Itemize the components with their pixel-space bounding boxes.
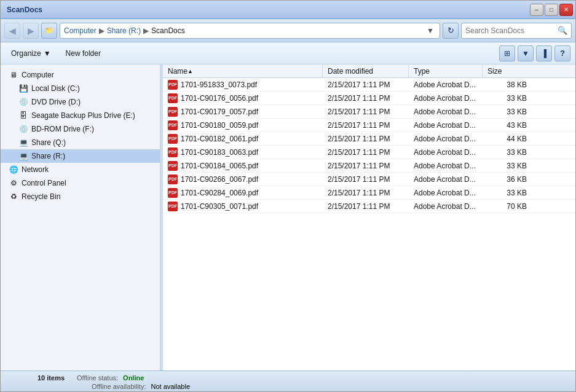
file-type-cell: Adobe Acrobat D...: [409, 189, 483, 197]
file-date-cell: 2/15/2017 1:11 PM: [323, 80, 409, 89]
sidebar-item-local-disk[interactable]: 💾Local Disk (C:): [1, 82, 160, 95]
sidebar-item-share-r[interactable]: 💻Share (R:): [1, 149, 160, 163]
sidebar-item-bd-rom[interactable]: 💿BD-ROM Drive (F:): [1, 122, 160, 136]
file-name-cell: PDF1701-C90266_0067.pdf: [163, 174, 323, 184]
pdf-icon: PDF: [168, 147, 178, 157]
table-row[interactable]: PDF1701-C90179_0057.pdf2/15/2017 1:11 PM…: [163, 105, 575, 119]
file-name-cell: PDF1701-C90305_0071.pdf: [163, 202, 323, 211]
view-options-button[interactable]: ⊞: [499, 45, 515, 61]
status-bar: 10 items Offline status: Online Offline …: [1, 370, 575, 392]
minimize-button[interactable]: –: [530, 4, 543, 16]
control-icon: ⚙: [9, 178, 18, 188]
breadcrumb-computer[interactable]: Computer: [64, 26, 97, 35]
table-row[interactable]: PDF1701-951833_0073.pdf2/15/2017 1:11 PM…: [163, 78, 575, 92]
sidebar-label-seagate: Seagate Backup Plus Drive (E:): [31, 111, 135, 120]
computer-icon: 🖥: [9, 70, 18, 80]
col-header-size[interactable]: Size: [483, 65, 532, 77]
file-date-cell: 2/15/2017 1:11 PM: [323, 121, 409, 130]
col-header-name[interactable]: Name: [163, 65, 323, 77]
file-size-cell: 33 KB: [483, 148, 532, 157]
file-type-cell: Adobe Acrobat D...: [409, 80, 483, 89]
pdf-icon: PDF: [168, 161, 178, 171]
forward-button[interactable]: ▶: [23, 23, 39, 39]
file-type-cell: Adobe Acrobat D...: [409, 202, 483, 211]
file-name: 1701-951833_0073.pdf: [181, 80, 257, 89]
file-name: 1701-C90284_0069.pdf: [181, 189, 258, 197]
file-size-cell: 43 KB: [483, 121, 532, 130]
recycle-icon: ♻: [9, 192, 18, 202]
file-name-cell: PDF1701-951833_0073.pdf: [163, 80, 323, 90]
help-button[interactable]: ?: [554, 45, 570, 61]
file-size-cell: 44 KB: [483, 135, 532, 143]
file-name: 1701-C90180_0059.pdf: [181, 121, 258, 130]
search-input[interactable]: [465, 26, 555, 35]
table-row[interactable]: PDF1701-C90266_0067.pdf2/15/2017 1:11 PM…: [163, 173, 575, 186]
file-date-cell: 2/15/2017 1:11 PM: [323, 108, 409, 116]
file-name: 1701-C90305_0071.pdf: [181, 202, 258, 211]
close-button[interactable]: ✕: [559, 4, 573, 16]
status-line-1: 10 items Offline status: Online: [37, 374, 539, 382]
table-row[interactable]: PDF1701-C90176_0056.pdf2/15/2017 1:11 PM…: [163, 92, 575, 105]
share-icon: 💻: [18, 138, 28, 147]
preview-button[interactable]: ▐: [536, 45, 552, 61]
new-folder-button[interactable]: New folder: [60, 45, 106, 62]
pdf-icon: PDF: [168, 107, 178, 117]
sidebar-label-dvd-drive: DVD Drive (D:): [31, 98, 81, 106]
file-area: Name Date modified Type Size PDF1701-951…: [163, 65, 575, 370]
sidebar-item-network[interactable]: 🌐Network: [1, 163, 160, 176]
sidebar-item-dvd-drive[interactable]: 💿DVD Drive (D:): [1, 95, 160, 109]
pdf-icon: PDF: [168, 174, 178, 184]
sidebar-item-seagate[interactable]: 🗄Seagate Backup Plus Drive (E:): [1, 109, 160, 122]
back-button[interactable]: ◀: [4, 23, 20, 39]
breadcrumb-share-r[interactable]: Share (R:): [107, 26, 141, 35]
col-header-type[interactable]: Type: [409, 65, 483, 77]
status-avail-value: Not available: [151, 383, 190, 390]
breadcrumb-dropdown[interactable]: ▼: [425, 26, 436, 35]
col-header-date[interactable]: Date modified: [323, 65, 409, 77]
sidebar-item-share-q[interactable]: 💻Share (Q:): [1, 136, 160, 149]
sidebar-item-control-panel[interactable]: ⚙Control Panel: [1, 176, 160, 190]
pdf-icon: PDF: [168, 202, 178, 211]
file-date-cell: 2/15/2017 1:11 PM: [323, 94, 409, 103]
sidebar-label-share-r: Share (R:): [31, 152, 65, 160]
network-icon: 🌐: [9, 165, 18, 174]
sidebar-label-local-disk: Local Disk (C:): [31, 84, 80, 93]
table-row[interactable]: PDF1701-C90180_0059.pdf2/15/2017 1:11 PM…: [163, 119, 575, 132]
table-row[interactable]: PDF1701-C90284_0069.pdf2/15/2017 1:11 PM…: [163, 186, 575, 200]
table-row[interactable]: PDF1701-C90182_0061.pdf2/15/2017 1:11 PM…: [163, 132, 575, 146]
file-size-cell: 33 KB: [483, 189, 532, 197]
file-type-cell: Adobe Acrobat D...: [409, 135, 483, 143]
hdd-icon: 🗄: [18, 111, 28, 120]
table-row[interactable]: PDF1701-C90184_0065.pdf2/15/2017 1:11 PM…: [163, 159, 575, 173]
file-name-cell: PDF1701-C90183_0063.pdf: [163, 147, 323, 157]
table-row[interactable]: PDF1701-C90183_0063.pdf2/15/2017 1:11 PM…: [163, 146, 575, 159]
file-date-cell: 2/15/2017 1:11 PM: [323, 189, 409, 197]
main-content: 🖥Computer💾Local Disk (C:)💿DVD Drive (D:)…: [1, 65, 575, 370]
sidebar-label-share-q: Share (Q:): [31, 138, 66, 147]
up-button[interactable]: 📁: [41, 23, 57, 39]
table-row[interactable]: PDF1701-C90305_0071.pdf2/15/2017 1:11 PM…: [163, 200, 575, 213]
file-list: PDF1701-951833_0073.pdf2/15/2017 1:11 PM…: [163, 78, 575, 370]
status-avail-label: Offline availability:: [92, 383, 146, 390]
file-type-cell: Adobe Acrobat D...: [409, 94, 483, 103]
sidebar-label-computer: Computer: [22, 71, 54, 79]
pdf-icon: PDF: [168, 134, 178, 144]
file-size-cell: 33 KB: [483, 108, 532, 116]
file-type-cell: Adobe Acrobat D...: [409, 162, 483, 170]
maximize-button[interactable]: □: [545, 4, 558, 16]
sidebar-item-computer[interactable]: 🖥Computer: [1, 68, 160, 82]
sidebar-label-bd-rom: BD-ROM Drive (F:): [31, 125, 94, 133]
share-icon: 💻: [18, 151, 28, 161]
toolbar: Organize ▼ New folder ⊞ ▼ ▐ ?: [1, 42, 575, 65]
pdf-icon: PDF: [168, 120, 178, 130]
search-icon[interactable]: 🔍: [558, 26, 567, 35]
file-size-cell: 38 KB: [483, 80, 532, 89]
view-dropdown-button[interactable]: ▼: [518, 45, 534, 61]
sidebar-label-control-panel: Control Panel: [22, 179, 66, 187]
sidebar-item-recycle-bin[interactable]: ♻Recycle Bin: [1, 190, 160, 203]
refresh-button[interactable]: ↻: [443, 23, 459, 39]
file-type-cell: Adobe Acrobat D...: [409, 175, 483, 184]
breadcrumb-current: ScanDocs: [151, 26, 185, 35]
organize-button[interactable]: Organize ▼: [6, 45, 57, 62]
breadcrumb-sep-1: ▶: [99, 26, 105, 35]
